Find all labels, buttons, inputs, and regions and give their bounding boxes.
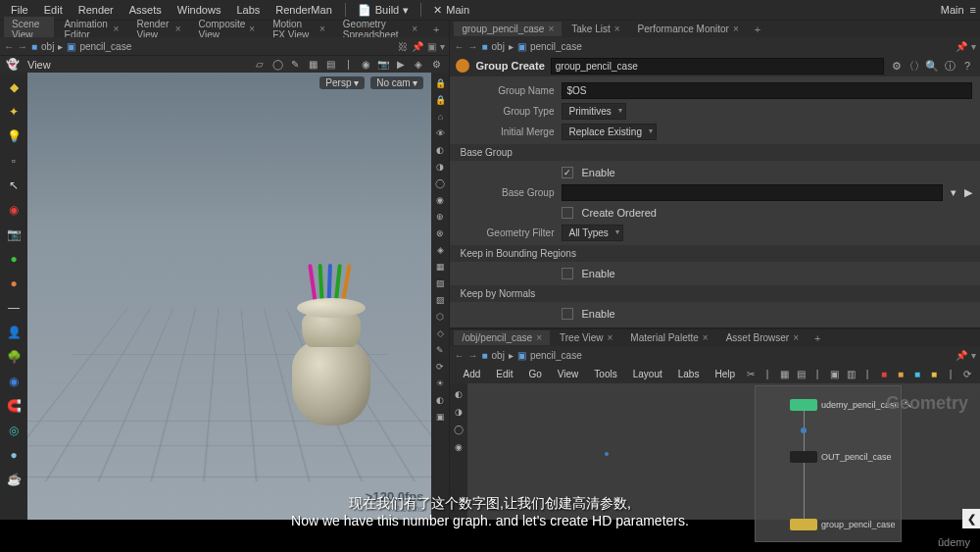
folder-icon[interactable]: ■ <box>31 41 37 52</box>
add-tab-button[interactable]: + <box>808 330 826 346</box>
vrt-b-icon[interactable]: ◑ <box>433 160 447 174</box>
nl-c-icon[interactable]: ◯ <box>452 423 466 436</box>
view2-icon[interactable]: ▤ <box>323 58 337 72</box>
vrt-lock2-icon[interactable]: 🔒 <box>433 93 447 107</box>
group-type-dropdown[interactable]: Primitives <box>562 103 625 120</box>
vrt-e-icon[interactable]: ⊕ <box>433 210 447 224</box>
menu-icon[interactable]: ≡ <box>970 4 976 16</box>
vrt-d-icon[interactable]: ◉ <box>433 193 447 207</box>
bounding-section[interactable]: Keep in Bounding Regions <box>450 245 980 262</box>
path-root[interactable]: obj <box>492 350 505 361</box>
netmenu-add[interactable]: Add <box>456 367 487 381</box>
tool-move[interactable]: ✦ <box>3 101 24 123</box>
tool-arrow[interactable]: ↖ <box>3 175 24 196</box>
group-name-input[interactable] <box>562 82 972 99</box>
info-icon[interactable]: ⓘ <box>943 59 956 73</box>
vrt-m-icon[interactable]: ✎ <box>433 343 447 357</box>
tab-tree-view[interactable]: Tree View× <box>552 330 620 345</box>
link-icon[interactable]: ⛓ <box>398 41 408 52</box>
nav-back-icon[interactable]: ← <box>454 41 464 52</box>
tool-cyan[interactable]: ◎ <box>3 420 24 441</box>
base-group-section[interactable]: Base Group <box>450 144 980 161</box>
nl-b-icon[interactable]: ◑ <box>452 405 466 419</box>
vrt-g-icon[interactable]: ◈ <box>433 243 447 257</box>
vrt-home-icon[interactable]: ⌂ <box>433 110 447 124</box>
vrt-f-icon[interactable]: ⊗ <box>433 226 447 240</box>
tool-cube[interactable]: ▫ <box>3 150 24 172</box>
path-node[interactable]: pencil_case <box>530 41 582 52</box>
view1-icon[interactable]: ▣ <box>827 367 841 380</box>
pin-icon[interactable]: 📌 <box>956 41 967 52</box>
grid2-icon[interactable]: ▤ <box>794 367 808 380</box>
nav-fwd-icon[interactable]: → <box>467 41 477 52</box>
code-icon[interactable]: 〈〉 <box>907 59 921 73</box>
select-tool-icon[interactable]: ▱ <box>253 58 267 72</box>
nav-back-icon[interactable]: ← <box>454 350 464 361</box>
nav-back-icon[interactable]: ← <box>4 41 14 52</box>
tool-agent[interactable]: 👤 <box>3 322 24 343</box>
path-node[interactable]: pencil_case <box>530 350 582 361</box>
color4-icon[interactable]: ■ <box>927 367 941 380</box>
path-root[interactable]: obj <box>41 41 54 52</box>
nocam-dropdown[interactable]: No cam ▾ <box>370 76 423 89</box>
lasso-icon[interactable]: ◯ <box>270 58 284 72</box>
folder-icon[interactable]: ■ <box>481 350 487 361</box>
folder-icon[interactable]: ■ <box>481 41 487 52</box>
view1-icon[interactable]: ▦ <box>306 58 319 72</box>
tool-orange[interactable]: ● <box>3 273 24 294</box>
viz-icon[interactable]: ◈ <box>412 58 425 72</box>
bounding-enable-checkbox[interactable] <box>562 268 573 279</box>
tool-blue[interactable]: ◉ <box>3 371 24 392</box>
tool-tree[interactable]: 🌳 <box>3 346 24 368</box>
initial-merge-dropdown[interactable]: Replace Existing <box>562 124 656 140</box>
normals-enable-checkbox[interactable] <box>562 308 573 320</box>
grid1-icon[interactable]: ▦ <box>777 367 791 380</box>
netmenu-edit[interactable]: Edit <box>489 367 519 381</box>
nav-fwd-icon[interactable]: → <box>467 350 477 361</box>
vrt-i-icon[interactable]: ▧ <box>433 276 447 290</box>
tool-red[interactable]: ◉ <box>3 199 24 221</box>
add-tab-button[interactable]: + <box>427 22 445 37</box>
tool-light[interactable]: 💡 <box>3 125 24 147</box>
vrt-lock-icon[interactable]: 🔒 <box>433 76 447 90</box>
help-icon[interactable]: ? <box>960 59 974 73</box>
enable-checkbox[interactable] <box>562 167 573 178</box>
search-icon[interactable]: 🔍 <box>925 59 939 73</box>
flipbook-icon[interactable]: ▶ <box>394 58 408 72</box>
chevron-down-icon[interactable]: ▾ <box>951 186 956 199</box>
netmenu-layout[interactable]: Layout <box>626 367 669 381</box>
viewport-3d[interactable]: Persp ▾ No cam ▾ >120.0fps 2.95ms <box>27 73 431 520</box>
tab-take-list[interactable]: Take List× <box>564 22 627 36</box>
view2-icon[interactable]: ▥ <box>844 367 858 380</box>
brush-icon[interactable]: ✎ <box>288 58 302 72</box>
tool-select[interactable]: ◆ <box>3 76 24 98</box>
pin-icon[interactable]: 📌 <box>956 350 967 361</box>
base-group-input[interactable] <box>562 184 943 201</box>
tab-asset-browser[interactable]: Asset Browser× <box>718 330 807 345</box>
vrt-l-icon[interactable]: ◇ <box>433 326 447 340</box>
vrt-k-icon[interactable]: ⬡ <box>433 310 447 324</box>
tab-group-pencil-case[interactable]: group_pencil_case× <box>454 22 562 36</box>
gear-icon[interactable]: ⚙ <box>429 58 443 72</box>
sync-icon[interactable]: ⟳ <box>960 367 974 380</box>
cut-icon[interactable]: ✂ <box>744 367 758 380</box>
nl-d-icon[interactable]: ◉ <box>452 440 466 454</box>
tab-material-palette[interactable]: Material Palette× <box>622 330 715 345</box>
path-node[interactable]: pencil_case <box>79 41 131 52</box>
netmenu-tools[interactable]: Tools <box>587 367 623 381</box>
render-icon[interactable]: ◉ <box>359 58 372 72</box>
netmenu-view[interactable]: View <box>551 367 586 381</box>
tool-lblue[interactable]: ● <box>3 444 24 466</box>
snapshot-icon[interactable]: 📷 <box>376 58 390 72</box>
main-selector[interactable]: ✕ Main <box>427 2 475 19</box>
nl-a-icon[interactable]: ◐ <box>452 387 466 401</box>
pane-menu-icon[interactable]: ▾ <box>971 41 976 52</box>
netmenu-go[interactable]: Go <box>522 367 549 381</box>
add-tab-button[interactable]: + <box>749 22 766 37</box>
pane-menu-icon[interactable]: ▾ <box>440 41 445 52</box>
vrt-a-icon[interactable]: ◐ <box>433 143 447 157</box>
tab-obj-pencil-case[interactable]: /obj/pencil_case× <box>454 330 550 345</box>
node-name-input[interactable] <box>551 58 884 75</box>
create-ordered-checkbox[interactable] <box>562 207 573 219</box>
vrt-n-icon[interactable]: ⟳ <box>433 360 447 374</box>
